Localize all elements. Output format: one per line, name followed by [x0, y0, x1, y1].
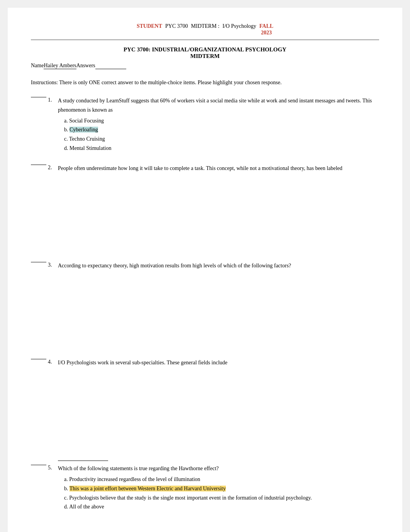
answers-prefix: Answers: [76, 63, 95, 69]
fall-label: FALL 2023: [259, 23, 273, 36]
q1-options: a. Social Focusing b. Cyberloafing c. Te…: [58, 116, 379, 153]
question-2-number-area: 2.: [31, 164, 58, 171]
q4-num: 4.: [48, 359, 52, 365]
q2-text: People often underestimate how long it w…: [58, 165, 342, 171]
page: STUDENT PYC 3700 MIDTERM : I/O Psycholog…: [8, 8, 402, 532]
q5-d-text: All of the above: [69, 504, 104, 510]
q1-d-text: Mental Stimulation: [69, 145, 112, 151]
q5-space: [31, 522, 379, 532]
q2-space: [31, 207, 379, 261]
answer-blank-4: [31, 359, 46, 359]
q2-num: 2.: [48, 165, 52, 171]
question-1: 1. A study conducted by LearnStuff sugge…: [31, 96, 379, 153]
subject-label: I/O Psychology: [222, 23, 256, 29]
q1-content: A study conducted by LearnStuff suggests…: [58, 96, 379, 153]
q5-underline-blank: [58, 461, 108, 461]
instructions-text: Instructions: There is only ONE correct …: [31, 80, 281, 85]
answer-blank-1: [31, 97, 46, 97]
name-value: Hailey Ambers: [44, 63, 76, 69]
q5-b-label: b.: [64, 486, 68, 491]
q5-options: a. Productivity increased regardless of …: [58, 475, 379, 512]
answer-blank-5: [31, 465, 46, 465]
q1-a-text: Social Focusing: [69, 118, 104, 124]
question-3: 3. According to expectancy theory, high …: [31, 261, 379, 294]
answer-blank-2: [31, 165, 46, 165]
name-prefix: Name: [31, 63, 44, 69]
q5-b-text: This was a joint effort between Western …: [69, 486, 226, 491]
q5-a-text: Productivity increased regardless of the…: [69, 476, 200, 482]
q1-b-text: Cyberloafing: [69, 127, 98, 133]
q1-a-label: a.: [64, 118, 68, 124]
q2-content: People often underestimate how long it w…: [58, 164, 379, 196]
title-line1: PYC 3700: INDUSTRIAL/ORGANIZATIONAL PSYC…: [31, 46, 379, 53]
instructions: Instructions: There is only ONE correct …: [31, 78, 379, 87]
q3-num: 3.: [48, 262, 52, 268]
question-3-number-area: 3.: [31, 261, 58, 268]
q3-space: [31, 304, 379, 358]
q1-c-label: c.: [64, 136, 68, 142]
q5-d-label: d.: [64, 504, 68, 510]
header-bar: STUDENT PYC 3700 MIDTERM : I/O Psycholog…: [31, 23, 379, 36]
question-4-number-area: 4.: [31, 358, 58, 365]
question-1-number-area: 1.: [31, 96, 58, 103]
q4-content: I/O Psychologists work in several sub-sp…: [58, 358, 379, 391]
q1-option-c: c. Techno Cruising: [64, 134, 379, 144]
question-2: 2. People often underestimate how long i…: [31, 164, 379, 196]
q5-num: 5.: [48, 465, 52, 471]
answer-blank-3: [31, 262, 46, 262]
q1-option-b: b. Cyberloafing: [64, 125, 379, 134]
q1-option-d: d. Mental Stimulation: [64, 144, 379, 153]
q5-c-label: c.: [64, 495, 68, 501]
q5-option-d: d. All of the above: [64, 502, 379, 512]
title-line2: MIDTERM: [31, 53, 379, 59]
header-divider: [31, 39, 379, 40]
q1-d-label: d.: [64, 145, 68, 151]
exam-type-label: MIDTERM :: [191, 23, 220, 29]
title-section: PYC 3700: INDUSTRIAL/ORGANIZATIONAL PSYC…: [31, 46, 379, 59]
q3-content: According to expectancy theory, high mot…: [58, 261, 379, 294]
question-4: 4. I/O Psychologists work in several sub…: [31, 358, 379, 391]
q5-content: Which of the following statements is tru…: [58, 464, 379, 512]
answers-blank: [95, 63, 126, 69]
q1-option-a: a. Social Focusing: [64, 116, 379, 126]
q4-text: I/O Psychologists work in several sub-sp…: [58, 360, 227, 365]
question-5-number-area: 5.: [31, 464, 58, 471]
q1-c-text: Techno Cruising: [69, 136, 105, 142]
name-line: Name Hailey Ambers Answers: [31, 63, 379, 69]
q5-option-b: b. This was a joint effort between Weste…: [64, 484, 379, 493]
q1-num: 1.: [48, 97, 52, 103]
q4-space: [31, 401, 379, 456]
course-label: PYC 3700: [165, 23, 188, 29]
q1-text: A study conducted by LearnStuff suggests…: [58, 98, 372, 113]
question-5: 5. Which of the following statements is …: [31, 464, 379, 512]
student-label: STUDENT: [137, 23, 162, 29]
q5-option-c: c. Psychologists believe that the study …: [64, 493, 379, 503]
q3-text: According to expectancy theory, high mot…: [58, 263, 291, 269]
q1-b-label: b.: [64, 127, 68, 133]
q5-text: Which of the following statements is tru…: [58, 466, 219, 471]
q5-option-a: a. Productivity increased regardless of …: [64, 475, 379, 484]
q5-c-text: Psychologists believe that the study is …: [69, 495, 312, 501]
q5-a-label: a.: [64, 476, 68, 482]
